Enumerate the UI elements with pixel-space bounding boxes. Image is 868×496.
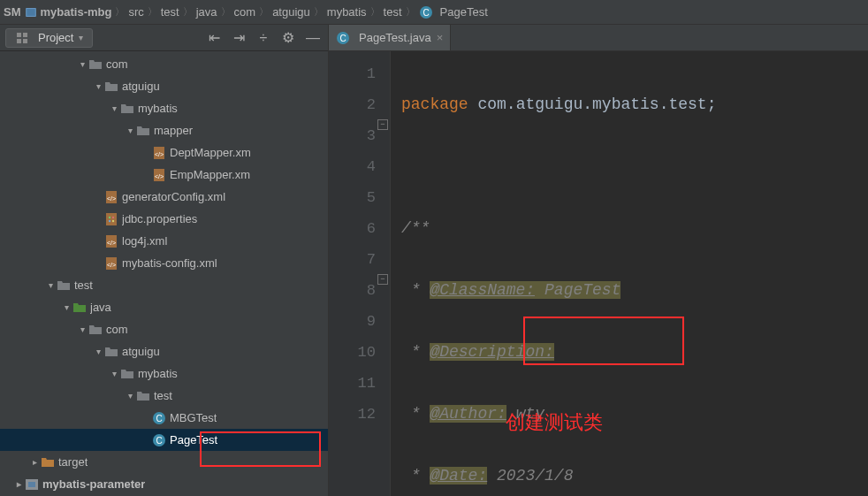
project-view-selector[interactable]: Project ▾ [5,28,93,48]
chevron-right-icon: 〉 [115,5,125,19]
tree-row[interactable]: EmpMapper.xm [0,164,328,186]
folder-icon [104,345,118,359]
svg-rect-5 [17,39,21,43]
chevron-down-icon[interactable] [60,302,72,312]
code-keyword: package [401,95,468,113]
chevron-down-icon[interactable] [92,81,104,91]
tree-label: DeptMapper.xm [170,146,251,159]
code-doc-val: wty [506,405,544,423]
breadcrumb-label: mybatis-mbg [41,5,112,19]
breadcrumb-seg[interactable]: mybatis [327,5,367,19]
chevron-down-icon[interactable] [124,391,136,401]
tree-row[interactable]: com [0,53,328,75]
breadcrumb-seg[interactable]: java [196,5,217,19]
tree-row[interactable]: mapper [0,119,328,141]
code-comment: * [401,405,430,423]
breadcrumb-lead: SM [4,5,21,19]
breadcrumb-seg[interactable]: atguigu [272,5,310,19]
chevron-right-icon: 〉 [221,5,231,19]
chevron-down-icon[interactable] [76,324,88,334]
tree-row[interactable]: target [0,451,328,473]
tree-label: MBGTest [170,411,217,424]
tree-row[interactable]: java [0,296,328,318]
breadcrumb-seg[interactable]: src [128,5,143,19]
tree-row[interactable]: log4j.xml [0,230,328,252]
breadcrumb-seg[interactable]: test [384,5,402,19]
folder-icon [57,279,71,293]
tree-label: mapper [154,124,193,137]
tree-label: mybatis-config.xml [122,256,217,270]
class-icon: C [336,31,350,45]
folder-icon [120,102,134,116]
close-icon[interactable]: × [437,31,444,44]
tree-label: EmpMapper.xm [170,168,250,181]
chevron-down-icon[interactable] [124,126,136,135]
project-tree[interactable]: comatguigumybatismapperDeptMapper.xmEmpM… [0,51,328,496]
tree-label: mybatis [138,102,178,115]
tree-row[interactable]: mybatis [0,362,328,385]
tree-row[interactable]: mybatis-config.xml [0,252,328,274]
chevron-down-icon[interactable] [76,59,88,69]
tool-window-header: Project ▾ ⇤ ⇥ ÷ ⚙ — [0,25,328,51]
tree-label: generatorConfig.xml [122,190,225,203]
tree-row[interactable]: generatorConfig.xml [0,186,328,208]
collapse-icon[interactable]: ⇤ [204,29,224,46]
breadcrumb-seg[interactable]: com [234,5,256,19]
code-area[interactable]: package com.atguigu.mybatis.test; /** * … [391,51,868,496]
code-text: com.atguigu.mybatis.test; [468,95,717,113]
tree-row[interactable]: PageTest [0,429,328,451]
code-comment: * [401,467,430,485]
line-gutter[interactable]: 1 2 3 4 5 6 7 8 9 10 11 12 − − [329,51,391,496]
gear-icon[interactable]: ⚙ [278,29,298,46]
tree-row[interactable]: atguigu [0,340,328,362]
fold-bar[interactable]: − − [379,51,388,496]
src-green-icon [72,301,87,315]
tree-label: jdbc.properties [122,212,197,225]
chevron-down-icon[interactable] [108,369,120,378]
tree-row[interactable]: mybatis [0,97,328,119]
code-comment: * [401,281,430,299]
code-doc-val: PageTest [535,281,621,299]
tree-label: test [74,279,93,292]
tree-row[interactable]: mybatis-parameter [0,473,328,495]
tree-row[interactable]: com [0,318,328,340]
chevron-down-icon[interactable] [92,347,104,356]
module-icon [25,6,37,19]
tree-label: mybatis-parameter [42,477,145,491]
fold-toggle-icon[interactable]: − [377,274,388,285]
tree-label: PageTest [170,433,217,446]
fold-toggle-icon[interactable]: − [377,119,388,130]
tree-label: target [58,455,88,469]
tree-row[interactable]: test [0,385,328,407]
svg-rect-4 [23,33,27,37]
breadcrumb-seg[interactable]: C PageTest [419,5,488,19]
folder-icon [136,389,150,403]
expand-icon[interactable]: ⇥ [229,29,248,46]
chevron-right-icon: 〉 [406,5,415,19]
chevron-down-icon[interactable] [108,103,120,113]
breadcrumb-seg[interactable]: mybatis-mbg [25,5,112,19]
tree-row[interactable]: DeptMapper.xm [0,141,328,164]
code-comment: /** [401,219,430,237]
tree-row[interactable]: atguigu [0,75,328,97]
breadcrumb-seg[interactable]: test [161,5,179,19]
class-icon: C [419,5,433,19]
tree-row[interactable]: test [0,274,328,296]
chevron-right-icon[interactable] [12,479,25,489]
editor-tab[interactable]: C PageTest.java × [329,25,451,50]
xml-icon [104,234,118,248]
chevron-down-icon[interactable] [44,280,57,290]
svg-text:C: C [423,8,429,18]
tree-row[interactable]: jdbc.properties [0,208,328,230]
folder-icon [104,80,118,94]
xml-icon [152,146,166,160]
tree-row[interactable]: MBGTest [0,407,328,429]
chevron-right-icon: 〉 [370,5,380,19]
code-doc-tag: @Author: [430,405,506,423]
editor-tabs: C PageTest.java × [329,25,868,51]
editor-pane: C PageTest.java × 1 2 3 4 5 6 7 8 9 10 1… [329,25,868,496]
hide-icon[interactable]: — [303,30,323,46]
chevron-right-icon[interactable] [28,457,41,467]
svg-text:C: C [339,34,346,43]
show-options-icon[interactable]: ÷ [254,30,273,46]
